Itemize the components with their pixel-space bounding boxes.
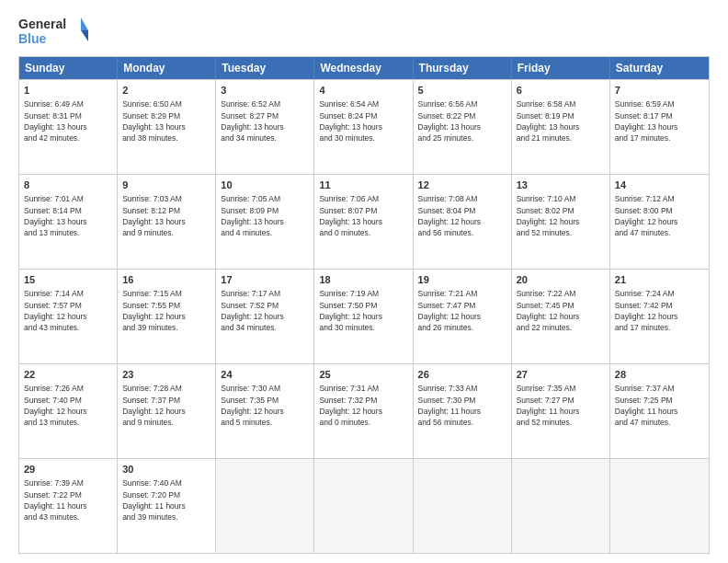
calendar-cell [314, 459, 413, 553]
cell-line: Sunset: 7:30 PM [418, 395, 506, 406]
cell-line: and 52 minutes. [517, 227, 605, 238]
logo: General Blue [18, 14, 92, 49]
cell-line: and 56 minutes. [418, 417, 506, 428]
calendar-cell [610, 459, 709, 553]
cell-line: Daylight: 12 hours [517, 216, 605, 227]
calendar-header-cell: Saturday [610, 57, 709, 79]
cell-line: Sunset: 8:14 PM [24, 205, 112, 216]
svg-text:Blue: Blue [18, 31, 47, 46]
calendar-body: 1Sunrise: 6:49 AMSunset: 8:31 PMDaylight… [19, 79, 709, 553]
cell-line: Sunset: 8:07 PM [319, 205, 407, 216]
cell-line: and 26 minutes. [418, 322, 506, 333]
cell-line: Daylight: 12 hours [24, 311, 112, 322]
calendar-cell: 23Sunrise: 7:28 AMSunset: 7:37 PMDayligh… [118, 364, 216, 458]
cell-line: Sunrise: 7:39 AM [24, 477, 112, 488]
calendar-cell: 14Sunrise: 7:12 AMSunset: 8:00 PMDayligh… [610, 175, 709, 269]
cell-line: Sunset: 7:22 PM [24, 489, 112, 500]
cell-line: Daylight: 13 hours [122, 216, 210, 227]
cell-line: and 56 minutes. [418, 227, 506, 238]
calendar-header-cell: Monday [118, 57, 216, 79]
cell-line: Sunrise: 6:59 AM [615, 98, 704, 109]
calendar-cell: 10Sunrise: 7:05 AMSunset: 8:09 PMDayligh… [216, 175, 314, 269]
calendar-cell: 17Sunrise: 7:17 AMSunset: 7:52 PMDayligh… [216, 270, 314, 363]
calendar-cell: 24Sunrise: 7:30 AMSunset: 7:35 PMDayligh… [216, 364, 314, 458]
cell-line: Daylight: 13 hours [221, 216, 309, 227]
day-number: 6 [517, 84, 605, 98]
calendar-cell: 16Sunrise: 7:15 AMSunset: 7:55 PMDayligh… [118, 270, 216, 363]
cell-line: Daylight: 12 hours [319, 406, 407, 417]
day-number: 1 [24, 84, 112, 98]
cell-line: Daylight: 11 hours [517, 406, 605, 417]
cell-line: Sunset: 8:00 PM [615, 205, 704, 216]
day-number: 9 [122, 178, 210, 192]
cell-line: and 22 minutes. [517, 322, 605, 333]
day-number: 21 [615, 273, 704, 287]
cell-line: Sunset: 7:50 PM [319, 300, 407, 311]
cell-line: Sunset: 8:19 PM [517, 110, 605, 121]
cell-line: and 47 minutes. [615, 227, 704, 238]
calendar-header-cell: Sunday [19, 57, 118, 79]
calendar-cell: 28Sunrise: 7:37 AMSunset: 7:25 PMDayligh… [610, 364, 709, 458]
day-number: 17 [221, 273, 309, 287]
calendar-cell: 8Sunrise: 7:01 AMSunset: 8:14 PMDaylight… [19, 175, 118, 269]
cell-line: Sunset: 7:52 PM [221, 300, 309, 311]
cell-line: and 0 minutes. [319, 417, 407, 428]
calendar-cell: 30Sunrise: 7:40 AMSunset: 7:20 PMDayligh… [118, 459, 216, 553]
calendar-header-cell: Tuesday [216, 57, 314, 79]
header: General Blue [18, 14, 710, 49]
cell-line: and 39 minutes. [122, 511, 210, 523]
calendar-cell: 6Sunrise: 6:58 AMSunset: 8:19 PMDaylight… [512, 80, 610, 174]
cell-line: Sunset: 7:27 PM [517, 395, 605, 406]
calendar-cell: 27Sunrise: 7:35 AMSunset: 7:27 PMDayligh… [512, 364, 610, 458]
cell-line: Daylight: 13 hours [418, 121, 506, 132]
cell-line: Daylight: 12 hours [24, 406, 112, 417]
cell-line: Daylight: 12 hours [221, 406, 309, 417]
calendar-cell: 20Sunrise: 7:22 AMSunset: 7:45 PMDayligh… [512, 270, 610, 363]
day-number: 15 [24, 273, 112, 287]
svg-text:General: General [18, 17, 66, 31]
calendar-cell: 15Sunrise: 7:14 AMSunset: 7:57 PMDayligh… [19, 270, 118, 363]
day-number: 27 [517, 368, 605, 382]
cell-line: and 13 minutes. [24, 227, 112, 238]
cell-line: Sunrise: 6:58 AM [517, 98, 605, 109]
calendar-row: 29Sunrise: 7:39 AMSunset: 7:22 PMDayligh… [19, 458, 709, 553]
cell-line: Sunrise: 7:06 AM [319, 193, 407, 204]
cell-line: Sunset: 7:47 PM [418, 300, 506, 311]
cell-line: Sunset: 7:20 PM [122, 489, 210, 500]
cell-line: Daylight: 13 hours [221, 121, 309, 132]
cell-line: Sunrise: 7:26 AM [24, 383, 112, 394]
day-number: 14 [615, 178, 704, 192]
cell-line: Daylight: 13 hours [319, 216, 407, 227]
day-number: 25 [319, 368, 407, 382]
calendar-cell: 22Sunrise: 7:26 AMSunset: 7:40 PMDayligh… [19, 364, 118, 458]
cell-line: Sunset: 7:32 PM [319, 395, 407, 406]
day-number: 22 [24, 368, 112, 382]
calendar-cell: 9Sunrise: 7:03 AMSunset: 8:12 PMDaylight… [118, 175, 216, 269]
cell-line: and 9 minutes. [122, 417, 210, 428]
calendar-cell: 11Sunrise: 7:06 AMSunset: 8:07 PMDayligh… [314, 175, 413, 269]
calendar-row: 1Sunrise: 6:49 AMSunset: 8:31 PMDaylight… [19, 79, 709, 174]
cell-line: Sunset: 8:31 PM [24, 110, 112, 121]
svg-marker-2 [81, 17, 88, 30]
cell-line: and 47 minutes. [615, 417, 704, 428]
cell-line: and 4 minutes. [221, 227, 309, 238]
day-number: 5 [418, 84, 506, 98]
calendar-cell: 5Sunrise: 6:56 AMSunset: 8:22 PMDaylight… [414, 80, 512, 174]
cell-line: and 25 minutes. [418, 132, 506, 144]
day-number: 12 [418, 178, 506, 192]
cell-line: Sunrise: 6:56 AM [418, 98, 506, 109]
day-number: 24 [221, 368, 309, 382]
day-number: 18 [319, 273, 407, 287]
day-number: 16 [122, 273, 210, 287]
cell-line: and 43 minutes. [24, 322, 112, 333]
cell-line: Daylight: 11 hours [24, 500, 112, 511]
cell-line: Sunrise: 7:35 AM [517, 383, 605, 394]
cell-line: Daylight: 12 hours [418, 216, 506, 227]
cell-line: and 34 minutes. [221, 322, 309, 333]
cell-line: and 42 minutes. [24, 132, 112, 144]
calendar: SundayMondayTuesdayWednesdayThursdayFrid… [18, 56, 710, 554]
day-number: 20 [517, 273, 605, 287]
cell-line: and 52 minutes. [517, 417, 605, 428]
cell-line: Sunset: 8:04 PM [418, 205, 506, 216]
day-number: 19 [418, 273, 506, 287]
